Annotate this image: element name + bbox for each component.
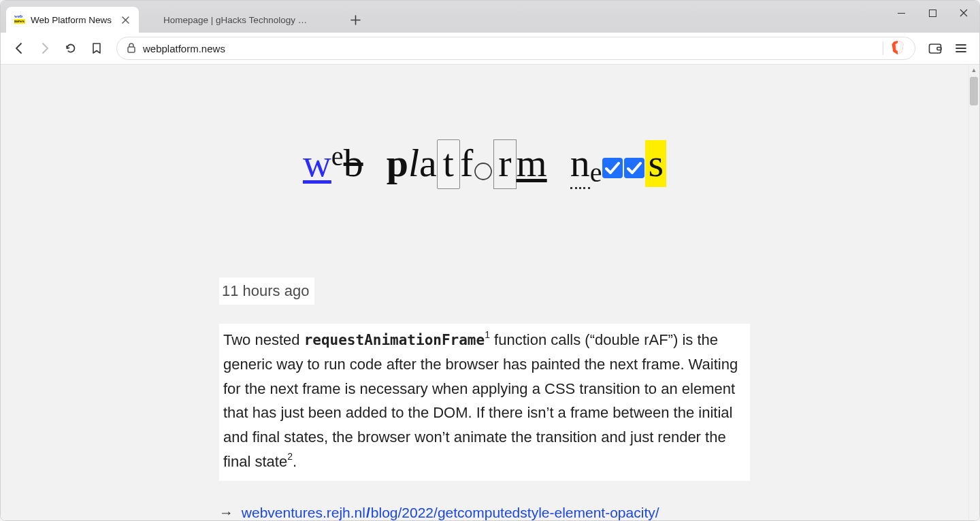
new-tab-button[interactable] — [344, 9, 366, 31]
slash-icon: / — [365, 505, 371, 520]
logo-letter-s: s — [645, 140, 666, 187]
article-body: Two nested requestAnimationFrame1 functi… — [219, 324, 750, 481]
window-maximize-button[interactable] — [917, 1, 948, 25]
url-text: webplatform.news — [143, 43, 225, 54]
scrollbar-up-arrow-icon[interactable]: ▲ — [968, 65, 979, 75]
logo-letter-m: m — [517, 140, 547, 186]
logo-letter-e2: e — [590, 156, 602, 188]
source-link[interactable]: webventures.rejh.nl/blog/2022/getcompute… — [242, 505, 659, 520]
toolbar: webplatform.news — [1, 33, 979, 65]
lock-icon — [127, 42, 136, 55]
tab-title: Homepage | gHacks Technology News — [163, 15, 312, 25]
bookmark-button[interactable] — [85, 37, 108, 60]
logo-letter-n: n — [570, 140, 590, 189]
brave-shields-icon[interactable] — [890, 40, 905, 57]
browser-window: webnews Web Platform News Homepage | gHa… — [0, 0, 980, 521]
logo-letter-f: f — [460, 140, 473, 186]
svg-point-4 — [475, 163, 491, 180]
article-text: function calls (“double rAF”) is the gen… — [223, 331, 738, 470]
address-bar[interactable]: webplatform.news — [116, 37, 915, 60]
site-logo: w e b p l a t f r m n e — [303, 139, 666, 189]
logo-checkbox-icon — [602, 157, 645, 179]
scrollbar[interactable]: ▲ — [968, 65, 979, 520]
logo-letter-t: t — [437, 139, 460, 189]
window-controls — [885, 1, 979, 25]
tab-web-platform-news[interactable]: webnews Web Platform News — [6, 7, 139, 33]
svg-rect-2 — [930, 44, 941, 53]
article: 11 hours ago Two nested requestAnimation… — [219, 278, 750, 520]
article-text: Two nested — [223, 331, 304, 348]
page-content: w e b p l a t f r m n e — [1, 65, 968, 520]
window-minimize-button[interactable] — [885, 1, 917, 25]
address-right — [883, 40, 905, 57]
page-viewport: w e b p l a t f r m n e — [1, 65, 979, 520]
tab-close-button[interactable] — [120, 14, 131, 25]
back-button[interactable] — [7, 37, 31, 60]
wallet-button[interactable] — [924, 37, 947, 60]
footnote-ref-2[interactable]: 2 — [287, 451, 293, 462]
logo-letter-p: p — [387, 140, 408, 186]
logo-circle-icon — [473, 156, 493, 176]
article-text: . — [293, 453, 297, 470]
footnote-ref-1[interactable]: 1 — [485, 329, 490, 340]
window-close-button[interactable] — [948, 1, 979, 25]
tab-ghacks[interactable]: Homepage | gHacks Technology News ✕ — [139, 7, 339, 33]
tab-strip: webnews Web Platform News Homepage | gHa… — [1, 1, 979, 33]
article-code: requestAnimationFrame — [304, 332, 485, 348]
logo-letter-r: r — [493, 139, 516, 189]
menu-button[interactable] — [949, 37, 973, 60]
svg-rect-1 — [128, 47, 135, 52]
article-source-link: → webventures.rejh.nl/blog/2022/getcompu… — [219, 501, 750, 520]
tab-title: Web Platform News — [31, 15, 112, 25]
svg-rect-0 — [929, 10, 936, 16]
logo-letter-e: e — [331, 140, 344, 172]
favicon-ghacks — [147, 14, 158, 25]
favicon-wpn: webnews — [14, 14, 25, 25]
logo-letter-w: w — [303, 140, 331, 186]
arrow-icon: → — [219, 505, 233, 520]
article-timestamp: 11 hours ago — [219, 278, 314, 305]
logo-letter-b: b — [344, 140, 363, 186]
separator — [883, 41, 883, 55]
logo-letter-l: l — [408, 140, 419, 186]
logo-letter-a: a — [419, 140, 437, 186]
forward-button[interactable] — [33, 37, 56, 60]
scrollbar-thumb[interactable] — [970, 77, 978, 105]
reload-button[interactable] — [59, 37, 82, 60]
